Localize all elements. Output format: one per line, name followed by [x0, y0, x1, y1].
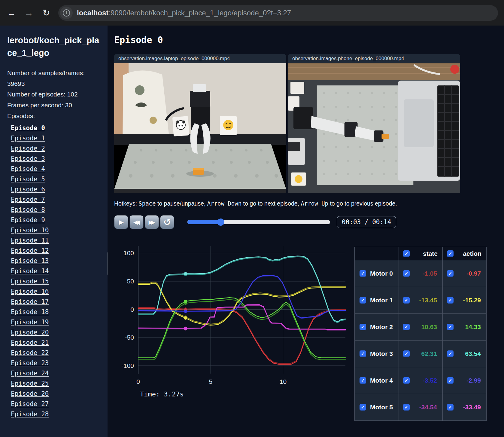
state-header: state	[423, 250, 438, 257]
episode-link[interactable]: Episode 8	[11, 206, 45, 213]
episode-link[interactable]: Episode 26	[11, 390, 49, 397]
motor-label: Motor 3	[370, 350, 393, 357]
checkbox[interactable]: ✓	[403, 404, 410, 411]
checkbox[interactable]: ✓	[360, 270, 366, 277]
seek-slider-fill	[187, 220, 221, 224]
state-value: -1.05	[423, 270, 437, 277]
checkbox[interactable]: ✓	[447, 270, 454, 277]
table-row: ✓Motor 3 ✓62.31 ✓63.54	[355, 341, 487, 367]
site-info-button[interactable]: i	[60, 7, 73, 19]
checkbox[interactable]: ✓	[403, 250, 410, 257]
table-row: ✓Motor 5 ✓-34.54 ✓-33.49	[355, 394, 487, 421]
episode-link[interactable]: Episode 4	[11, 165, 45, 173]
fast-forward-button[interactable]: ▶▶	[145, 215, 159, 229]
episode-link[interactable]: Episode 21	[11, 339, 49, 346]
episode-link[interactable]: Episode 17	[11, 298, 49, 305]
svg-text:50: 50	[127, 278, 134, 285]
action-value: 63.54	[465, 350, 481, 357]
reload-icon[interactable]: ↻	[41, 8, 52, 18]
svg-text:5: 5	[209, 378, 212, 385]
episode-link[interactable]: Episode 27	[11, 400, 49, 408]
checkbox[interactable]: ✓	[360, 404, 366, 411]
back-icon[interactable]: ←	[6, 8, 17, 18]
checkbox[interactable]: ✓	[360, 350, 366, 357]
video-laptop[interactable]	[114, 63, 286, 193]
episode-link[interactable]: Episode 24	[11, 370, 49, 377]
episode-link[interactable]: Episode 12	[11, 247, 49, 254]
episode-link[interactable]: Episode 20	[11, 329, 49, 336]
checkbox[interactable]: ✓	[447, 324, 454, 330]
episode-link[interactable]: Episode 28	[11, 411, 49, 418]
checkbox[interactable]: ✓	[360, 297, 366, 304]
state-value: -34.54	[419, 404, 437, 411]
table-row: ✓Motor 2 ✓10.63 ✓14.33	[355, 314, 487, 341]
address-bar[interactable]: i localhost:9090/lerobot/koch_pick_place…	[58, 5, 498, 21]
svg-text:-50: -50	[125, 334, 134, 341]
checkbox[interactable]: ✓	[403, 377, 410, 384]
loop-button[interactable]: ↺	[160, 215, 174, 229]
episode-link[interactable]: Episode 6	[11, 186, 45, 193]
checkbox[interactable]: ✓	[360, 324, 366, 330]
episode-link[interactable]: Episode 5	[11, 176, 45, 183]
hotkey-text: to pause/unpause,	[156, 200, 207, 207]
episode-link[interactable]: Episode 23	[11, 359, 49, 367]
play-button[interactable]: ▶	[114, 215, 128, 229]
action-value: -33.49	[463, 404, 481, 411]
episode-link[interactable]: Episode 10	[11, 227, 49, 234]
episode-link[interactable]: Episode 15	[11, 278, 49, 285]
forward-icon[interactable]: →	[23, 8, 34, 18]
state-value: -3.52	[423, 377, 437, 384]
checkbox[interactable]: ✓	[447, 377, 454, 384]
time-display: 00:03 / 00:14	[337, 216, 396, 228]
motor-label: Motor 1	[370, 297, 393, 304]
checkbox[interactable]: ✓	[403, 350, 410, 357]
episode-link[interactable]: Episode 14	[11, 267, 49, 275]
video-card-laptop: observation.images.laptop_episode_000000…	[114, 54, 286, 193]
episode-link[interactable]: Episode 2	[11, 145, 45, 152]
episode-link[interactable]: Episode 7	[11, 196, 45, 203]
url-text: localhost:9090/lerobot/koch_pick_place_1…	[77, 9, 291, 17]
svg-text:0: 0	[130, 306, 134, 313]
loop-icon: ↺	[163, 217, 171, 228]
table-row: ✓Motor 1 ✓-13.45 ✓-15.29	[355, 287, 487, 314]
hotkey-text: Hotkeys:	[114, 200, 138, 207]
episode-link[interactable]: Episode 13	[11, 257, 49, 264]
episode-link[interactable]: Episode 22	[11, 349, 49, 356]
dataset-title: lerobot/koch_pick_place_1_lego	[7, 34, 100, 59]
browser-toolbar: ← → ↻ i localhost:9090/lerobot/koch_pick…	[0, 0, 504, 26]
state-value: 62.31	[421, 350, 437, 357]
seek-slider-thumb[interactable]	[217, 218, 224, 226]
checkbox[interactable]: ✓	[360, 377, 366, 384]
episode-link[interactable]: Episode 18	[11, 308, 49, 316]
episode-list: Episode 0Episode 1Episode 2Episode 3Epis…	[7, 124, 100, 418]
episode-link[interactable]: Episode 16	[11, 288, 49, 295]
hotkey-text: to go to previous episode.	[328, 200, 397, 207]
video-phone[interactable]	[288, 63, 460, 193]
hotkey-key: Space	[138, 200, 156, 207]
checkbox[interactable]: ✓	[447, 250, 454, 257]
episode-link[interactable]: Episode 3	[11, 155, 45, 162]
seek-slider[interactable]	[187, 220, 330, 224]
episode-link[interactable]: Episode 11	[11, 237, 49, 244]
svg-text:Time: 3.27s: Time: 3.27s	[140, 390, 184, 398]
video-title-laptop: observation.images.laptop_episode_000000…	[114, 54, 286, 63]
episode-link[interactable]: Episode 9	[11, 216, 45, 224]
episode-link[interactable]: Episode 25	[11, 380, 49, 387]
episode-link[interactable]: Episode 19	[11, 319, 49, 326]
action-value: -2.99	[466, 377, 481, 384]
checkbox[interactable]: ✓	[403, 270, 410, 277]
checkbox[interactable]: ✓	[403, 297, 410, 304]
motor-table: ✓state ✓action ✓Motor 0 ✓-1.05 ✓-0.97 ✓M…	[354, 247, 487, 421]
episodes-count: Number of episodes: 102	[7, 89, 100, 100]
rewind-button[interactable]: ◀◀	[129, 215, 144, 229]
motor-label: Motor 4	[370, 377, 393, 384]
motor-chart[interactable]: -100-500501000510Time: 3.27s	[114, 229, 348, 401]
checkbox[interactable]: ✓	[403, 324, 410, 330]
samples-count: Number of samples/frames: 39693	[7, 68, 100, 89]
episode-link[interactable]: Episode 1	[11, 135, 45, 142]
checkbox[interactable]: ✓	[447, 404, 454, 411]
checkbox[interactable]: ✓	[447, 297, 454, 304]
checkbox[interactable]: ✓	[447, 350, 454, 357]
episode-link[interactable]: Episode 0	[11, 124, 45, 132]
main-content: Episode 0 observation.images.laptop_epis…	[108, 26, 504, 437]
